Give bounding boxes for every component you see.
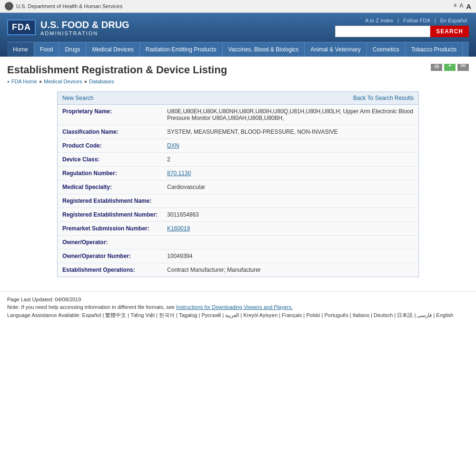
result-table-header: New Search Back To Search Results [58,92,418,105]
table-row: Premarket Submission Number:K160019 [58,222,418,236]
breadcrumb-databases[interactable]: Databases [89,79,114,84]
content: Establishment Registration & Device List… [0,57,476,282]
breadcrumb: ● FDA Home ● Medical Devices ● Databases [7,79,469,84]
search-row: SEARCH [335,26,469,37]
nav-item-medical-devices[interactable]: Medical Devices [86,42,139,57]
search-button[interactable]: SEARCH [430,26,469,37]
instructions-link[interactable]: Instructions for Downloading Viewers and… [176,304,293,310]
hhs-seal-icon [5,2,13,10]
table-row: Device Class:2 [58,153,418,167]
print-icon[interactable]: 🖨 [431,64,442,71]
row-value: U80E,U80EH,U80K,U80NH,U80R,U80IH,U80Q,U8… [162,105,418,125]
back-to-results-link[interactable]: Back To Search Results [353,95,414,101]
fda-logo: FDA U.S. FOOD & DRUG ADMINISTRATION [7,19,129,36]
search-input[interactable] [335,26,430,37]
breadcrumb-fda-home[interactable]: FDA Home [11,79,37,84]
nav-item-drugs[interactable]: Drugs [59,42,86,57]
row-label: Premarket Submission Number: [58,222,162,236]
row-label: Product Code: [58,139,162,153]
row-value: K160019 [162,222,418,236]
row-label: Proprietary Name: [58,105,162,125]
nav-item-animal--veterinary[interactable]: Animal & Veterinary [305,42,367,57]
lang-text: Language Assistance Available: Español |… [7,312,453,318]
page-title: Establishment Registration & Device List… [7,64,469,76]
table-row: Registered Establishment Number:30116548… [58,208,418,222]
row-value: DXN [162,139,418,153]
row-label: Classification Name: [58,125,162,139]
row-label: Registered Establishment Number: [58,208,162,222]
header-links-row: A to Z Index | Follow FDA | En Español [335,18,469,23]
row-label: Registered Establishment Name: [58,194,162,208]
breadcrumb-bullet-1: ● [7,79,10,84]
row-label: Establishment Operations: [58,263,162,277]
envelope-icon[interactable]: ✉ [457,64,469,71]
table-row: Registered Establishment Name: [58,194,418,208]
font-size-controls: a A A [454,2,471,10]
row-value: 870.1130 [162,167,418,180]
header: FDA U.S. FOOD & DRUG ADMINISTRATION A to… [0,13,476,57]
font-size-large[interactable]: A [466,2,471,10]
gov-bar: U.S. Department of Health & Human Servic… [0,0,476,13]
fda-main-title: U.S. FOOD & DRUG [40,19,129,30]
result-table: New Search Back To Search Results Propri… [57,91,419,277]
header-links: A to Z Index | Follow FDA | En Español S… [335,18,469,37]
data-table: Proprietary Name:U80E,U80EH,U80K,U80NH,U… [58,105,418,277]
table-row: Product Code:DXN [58,139,418,153]
action-icons: 🖨 + ✉ [431,64,469,71]
en-espanol-link[interactable]: En Español [440,18,467,23]
breadcrumb-medical-devices[interactable]: Medical Devices [44,79,82,84]
follow-fda-link[interactable]: Follow FDA [403,18,430,23]
row-value: SYSTEM, MEASUREMENT, BLOOD-PRESSURE, NON… [162,125,418,139]
font-size-med[interactable]: A [459,2,463,10]
fda-label: FDA [7,20,36,35]
fda-title: U.S. FOOD & DRUG ADMINISTRATION [40,19,129,36]
row-value: Cardiovascular [162,180,418,194]
nav-item-tobacco-products[interactable]: Tobacco Products [406,42,463,57]
table-row: Classification Name:SYSTEM, MEASUREMENT,… [58,125,418,139]
last-updated: Page Last Updated: 04/08/2019 [7,297,469,302]
nav-bar: HomeFoodDrugsMedical DevicesRadiation-Em… [7,42,469,57]
note-text: Note: If you need help accessing informa… [7,304,175,310]
plus-icon[interactable]: + [444,64,456,71]
note-line: Note: If you need help accessing informa… [7,304,469,310]
table-row: Regulation Number:870.1130 [58,167,418,180]
row-value: 2 [162,153,418,167]
row-value [162,194,418,208]
row-label: Owner/Operator Number: [58,249,162,263]
breadcrumb-sep-2: ● [84,79,87,84]
nav-item-radiation-emitting-products[interactable]: Radiation-Emitting Products [140,42,223,57]
nav-item-home[interactable]: Home [7,42,34,57]
row-label: Medical Specialty: [58,180,162,194]
agency-name: U.S. Department of Health & Human Servic… [16,3,122,9]
row-value: 10049394 [162,249,418,263]
row-value [162,236,418,249]
lang-line: Language Assistance Available: Español |… [7,312,469,319]
font-size-small[interactable]: a [454,2,457,10]
atoz-link[interactable]: A to Z Index [365,18,393,23]
row-label: Device Class: [58,153,162,167]
table-row: Medical Specialty:Cardiovascular [58,180,418,194]
fda-subtitle: ADMINISTRATION [40,30,129,36]
footer: Page Last Updated: 04/08/2019 Note: If y… [0,291,476,326]
table-row: Proprietary Name:U80E,U80EH,U80K,U80NH,U… [58,105,418,125]
nav-item-vaccines-blood--biologics[interactable]: Vaccines, Blood & Biologics [223,42,305,57]
breadcrumb-sep-1: ● [39,79,42,84]
gov-bar-left: U.S. Department of Health & Human Servic… [5,2,122,10]
row-value: Contract Manufacturer; Manufacturer [162,263,418,277]
table-row: Owner/Operator: [58,236,418,249]
table-row: Owner/Operator Number:10049394 [58,249,418,263]
row-label: Regulation Number: [58,167,162,180]
new-search-link[interactable]: New Search [62,95,93,101]
nav-item-cosmetics[interactable]: Cosmetics [367,42,406,57]
table-row: Establishment Operations:Contract Manufa… [58,263,418,277]
row-label: Owner/Operator: [58,236,162,249]
row-value: 3011654863 [162,208,418,222]
nav-item-food[interactable]: Food [34,42,59,57]
header-top: FDA U.S. FOOD & DRUG ADMINISTRATION A to… [7,18,469,42]
